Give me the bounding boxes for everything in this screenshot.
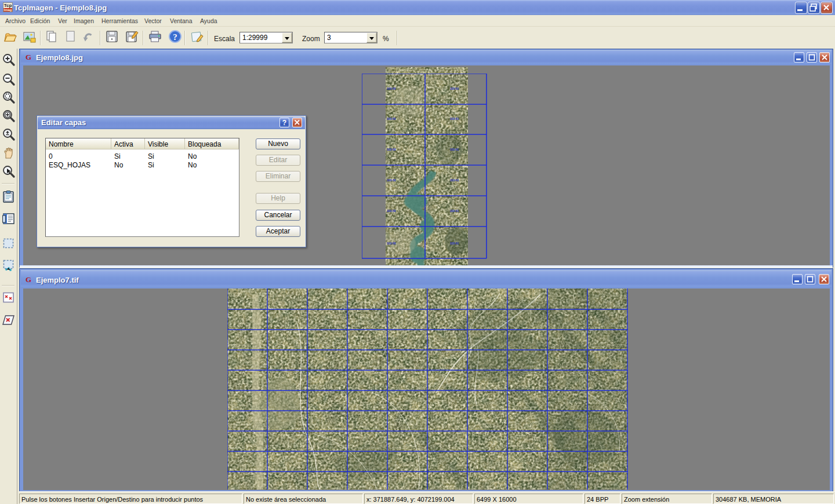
svg-text:103-61: 103-61 [450, 87, 459, 90]
svg-text:103-61: 103-61 [450, 178, 459, 182]
svg-text:103-58: 103-58 [387, 178, 396, 182]
svg-text:103-58: 103-58 [387, 117, 396, 120]
svg-text:103-58: 103-58 [387, 87, 396, 90]
svg-text:103-58: 103-58 [387, 209, 396, 213]
svg-text:103-61: 103-61 [450, 117, 459, 120]
svg-text:103-61: 103-61 [450, 209, 459, 213]
svg-text:103-61: 103-61 [450, 242, 459, 245]
svg-text:103-61: 103-61 [450, 148, 459, 151]
svg-text:103-58: 103-58 [387, 242, 396, 245]
svg-text:103-58: 103-58 [387, 148, 396, 151]
svg-text:?: ? [173, 32, 177, 42]
